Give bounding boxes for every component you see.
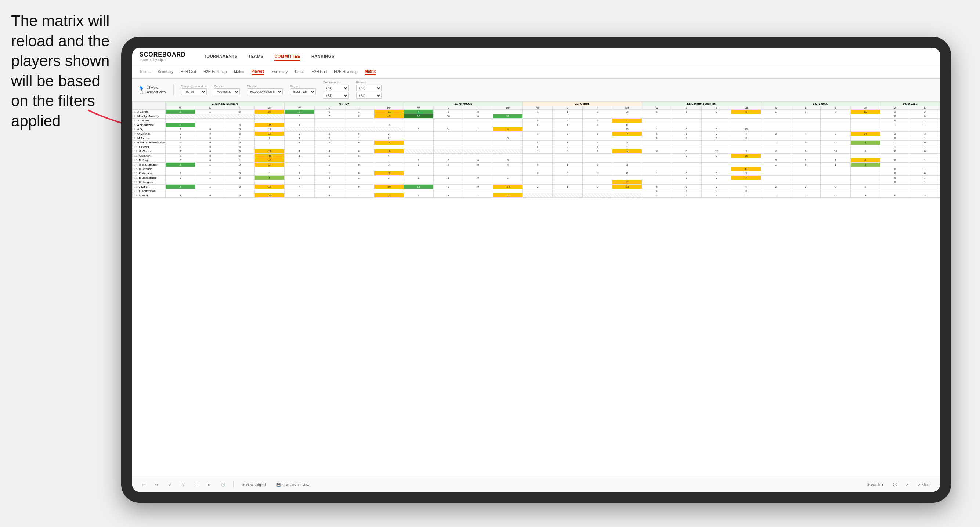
view-original-label: View: Original <box>246 483 266 487</box>
table-row: 1. J Garcia 31027 301-11 410 11110 0106 … <box>132 110 940 114</box>
division-label: Division <box>247 84 283 88</box>
expand-btn[interactable]: ⤢ <box>904 482 911 488</box>
nav-items: TOURNAMENTS TEAMS COMMITTEE RANKINGS <box>204 52 334 60</box>
bottom-toolbar: ↩ ↪ ↺ ⊖ ⊡ ⊕ 🕐 👁 View: Original 💾 Save Cu… <box>132 477 940 492</box>
table-row: 7. O Mitchell 30018 2202 120-4 0104 0402… <box>132 132 940 136</box>
nav-bar: SCOREBOARD Powered by clippd TOURNAMENTS… <box>132 48 940 65</box>
zoom-out-btn[interactable]: ⊖ <box>179 482 186 488</box>
region-filter: Region East - DII West - DII <box>290 84 316 95</box>
sub-nav-summary[interactable]: Summary <box>158 68 173 75</box>
logo-subtitle: Powered by clippd <box>140 58 186 62</box>
annotation-text: The matrix will reload and the players s… <box>11 11 114 132</box>
share-btn[interactable]: ↗ Share <box>915 482 932 488</box>
gender-filter: Gender Women's Men's <box>214 84 240 95</box>
table-row: 8. M Torres 0010 1012 3 0108 01 <box>132 136 940 141</box>
comment-btn[interactable]: 💬 <box>891 482 899 488</box>
region-label: Region <box>290 84 316 88</box>
undo-btn[interactable]: ↩ <box>140 482 147 488</box>
tablet-device: SCOREBOARD Powered by clippd TOURNAMENTS… <box>121 37 951 503</box>
toolbar-right: 👁 Watch ▼ 💬 ⤢ ↗ Share <box>864 482 932 488</box>
max-players-label: Max players in view <box>181 84 207 88</box>
save-custom-label: Save Custom View <box>281 483 309 487</box>
save-custom-btn[interactable]: 💾 Save Custom View <box>274 482 311 488</box>
toolbar-sep-1 <box>233 481 234 489</box>
conference-select-2[interactable]: (All) <box>323 92 349 99</box>
sub-nav-summary2[interactable]: Summary <box>272 68 288 75</box>
view-original-btn[interactable]: 👁 View: Original <box>239 482 269 488</box>
division-select[interactable]: NCAA Division II NCAA Division I <box>247 89 283 95</box>
sub-nav-h2h-grid[interactable]: H2H Grid <box>181 68 196 75</box>
sub-nav-h2h-heatmap2[interactable]: H2H Heatmap <box>334 68 357 75</box>
full-view-radio[interactable]: Full View <box>140 86 166 90</box>
col-header-ostoll: 21. O Stoll <box>523 102 642 106</box>
sub-nav-detail[interactable]: Detail <box>295 68 304 75</box>
table-row: 3. S Jelinek 02017 01 <box>132 119 940 123</box>
view-original-icon: 👁 <box>242 483 245 487</box>
region-select[interactable]: East - DII West - DII <box>290 89 316 95</box>
sub-nav-matrix[interactable]: Matrix <box>234 68 244 75</box>
gender-label: Gender <box>214 84 240 88</box>
save-icon: 💾 <box>277 483 280 487</box>
sub-nav-h2h-heatmap[interactable]: H2H Heatmap <box>204 68 227 75</box>
matrix-content[interactable]: 2. M Kelly Mulcahy 6. A Dy 11. G Woods 2… <box>132 101 940 477</box>
redo-btn[interactable]: ↪ <box>153 482 160 488</box>
col-header-mulcahy: 2. M Kelly Mulcahy <box>165 102 285 106</box>
conference-select-1[interactable]: (All) <box>323 85 349 91</box>
max-players-select[interactable]: Top 25 Top 50 <box>181 89 207 95</box>
zoom-in-btn[interactable]: ⊕ <box>205 482 213 488</box>
conference-label: Conference <box>323 81 349 84</box>
sub-nav-teams[interactable]: Teams <box>140 68 150 75</box>
reset-btn[interactable]: ↺ <box>166 482 173 488</box>
nav-item-teams[interactable]: TEAMS <box>248 52 263 60</box>
logo-area: SCOREBOARD Powered by clippd <box>140 51 186 62</box>
table-row: 9. A Maria Jimenez Rios 1001 100-7 0102 … <box>132 141 940 145</box>
tablet-screen: SCOREBOARD Powered by clippd TOURNAMENTS… <box>132 48 940 492</box>
compact-view-radio[interactable]: Compact View <box>140 90 166 94</box>
nav-item-tournaments[interactable]: TOURNAMENTS <box>204 52 237 60</box>
col-header-gwoods: 11. G Woods <box>404 102 522 106</box>
players-select-2[interactable]: (All) <box>356 92 382 99</box>
table-row: 5. A Nomrowski 310-15 1-1 0108 11 <box>132 123 940 127</box>
division-filter: Division NCAA Division II NCAA Division … <box>247 84 283 95</box>
share-label: Share <box>922 483 931 487</box>
logo-title: SCOREBOARD <box>140 51 186 58</box>
conference-filter: Conference (All) (All) <box>323 81 349 99</box>
table-row: 6. A Dy 70011 01414 25 10013 <box>132 127 940 132</box>
table-row: 14. S Srichantamit 31014 0105 1204 0105 … <box>132 163 940 167</box>
sub-nav-players[interactable]: Players <box>251 68 265 75</box>
sub-nav-matrix2[interactable]: Matrix <box>365 68 375 75</box>
table-row: 19. J Karth 31019 400-20 1300-35 211-12 … <box>132 184 940 189</box>
max-players-filter: Max players in view Top 25 Top 50 <box>181 84 207 95</box>
watch-btn[interactable]: 👁 Watch ▼ <box>864 482 886 488</box>
sub-nav-h2h-grid2[interactable]: H2H Grid <box>312 68 327 75</box>
col-header-schumac: 23. L Marie Schumac. <box>642 102 761 106</box>
view-radio-group: Full View Compact View <box>140 86 166 94</box>
col-header-wza: 60. W Za... <box>880 102 940 106</box>
filter-divider-1 <box>173 84 174 95</box>
col-header-webb: 38. A Webb <box>761 102 880 106</box>
table-row: 15. H Stranda 11 01 <box>132 167 940 171</box>
matrix-table: 2. M Kelly Mulcahy 6. A Dy 11. G Woods 2… <box>132 101 940 198</box>
table-row: 10. L Perini 300 0201 11 <box>132 145 940 149</box>
table-row: 17. D Ballesteros 3106 2013 1101 207 01 <box>132 176 940 180</box>
fit-btn[interactable]: ⊡ <box>192 482 200 488</box>
table-row: 13. N Klug 001-2 1003 021-1 01 <box>132 158 940 163</box>
table-row: 20. E Andersson 0108 <box>132 189 940 194</box>
watch-icon: 👁 <box>867 483 870 487</box>
table-row: 12. A Bianchi 200-58 1104 2025 <box>132 154 940 158</box>
sub-nav: Teams Summary H2H Grid H2H Heatmap Matri… <box>132 65 940 79</box>
players-filter: Players (All) (All) <box>356 81 382 99</box>
col-header-ady: 6. A Dy <box>285 102 404 106</box>
filter-bar: Full View Compact View Max players in vi… <box>132 79 940 101</box>
share-icon: ↗ <box>918 483 921 487</box>
nav-item-committee[interactable]: COMMITTEE <box>274 52 300 60</box>
table-row: 2. M Kelly Mulcahy 07040 1010050 06 <box>132 114 940 119</box>
clock-btn[interactable]: 🕐 <box>219 482 227 488</box>
table-row: 21. O Stoll 400-33 14114 13110 2211 1109… <box>132 194 940 198</box>
players-select-1[interactable]: (All) <box>356 85 382 91</box>
nav-item-rankings[interactable]: RANKINGS <box>311 52 334 60</box>
gender-select[interactable]: Women's Men's <box>214 89 240 95</box>
table-row: 18. H Hodgson 11 01 <box>132 180 940 184</box>
table-row: 11. G Woods 70011 14011 10014 140172 402… <box>132 149 940 154</box>
player-header <box>132 102 165 110</box>
